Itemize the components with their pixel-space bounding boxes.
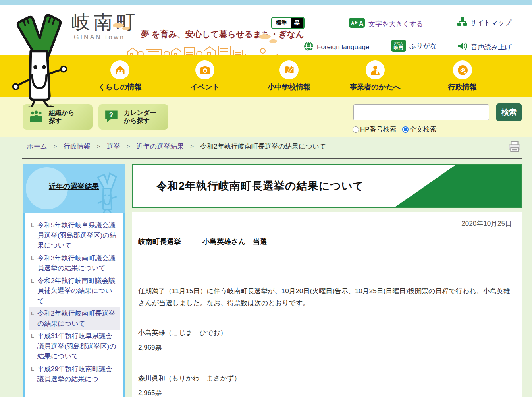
find-by-calendar-button[interactable]: ? カレンダー から探す bbox=[98, 104, 168, 130]
list-bullet: L bbox=[31, 333, 34, 362]
sidebar: 近年の選挙結果 L 令和5年執行岐阜県議会議員選挙(羽島郡選挙区)の結果について… bbox=[23, 164, 125, 397]
title-green-decoration bbox=[395, 165, 521, 207]
sidebar-item-label: 平成31年執行岐阜県議会議員選挙(羽島郡選挙区)の結果について bbox=[37, 331, 118, 362]
article-date: 2020年10月25日 bbox=[138, 219, 512, 228]
main-content: 令和2年執行岐南町長選挙の結果について 2020年10月25日 岐南町長選挙 小… bbox=[132, 164, 522, 397]
sitemap-link[interactable]: サイトマップ bbox=[470, 18, 511, 27]
sidebar-item-label: 令和2年執行岐南町議会議員補欠選挙の結果について bbox=[37, 276, 118, 306]
site-name-en: GINAN town bbox=[71, 34, 138, 41]
finder-label-line: 組織から bbox=[49, 109, 75, 116]
foreign-language-control[interactable]: Foreign language bbox=[304, 41, 369, 53]
ginan-badge-icon: ぎなん 岐南 bbox=[391, 40, 406, 52]
sidebar-item-label: 平成29年執行岐南町議会議員選挙の結果につ bbox=[37, 364, 118, 384]
sidebar-item-label: 令和2年執行岐南町長選挙の結果について bbox=[37, 308, 118, 329]
sitemap-control[interactable]: サイトマップ bbox=[457, 17, 511, 28]
breadcrumb: ホーム ＞ 行政情報 ＞ 選挙 ＞ 近年の選挙結果 ＞ 令和2年執行岐南町長選挙… bbox=[27, 142, 326, 151]
nav-item-living-info[interactable]: くらしの情報 bbox=[82, 60, 158, 92]
contrast-standard-button[interactable]: 標準 bbox=[272, 18, 291, 28]
text-size-link[interactable]: 文字を大きくする bbox=[368, 19, 423, 29]
badge-kanji: 岐南 bbox=[394, 45, 403, 50]
svg-text:A: A bbox=[351, 21, 355, 26]
search-band: 組織から 探す ? カレンダー から探す 検索 HP番号検索 全文検索 bbox=[0, 97, 532, 137]
question-bubble-icon: ? bbox=[104, 109, 119, 124]
cloud-decoration bbox=[259, 34, 271, 39]
page-body: ホーム ＞ 行政情報 ＞ 選挙 ＞ 近年の選挙結果 ＞ 令和2年執行岐南町長選挙… bbox=[0, 137, 532, 397]
search-mode-radios: HP番号検索 全文検索 bbox=[353, 125, 437, 134]
breadcrumb-administration[interactable]: 行政情報 bbox=[64, 142, 91, 151]
sidebar-item-current[interactable]: L 令和2年執行岐南町長選挙の結果について bbox=[29, 307, 120, 330]
site-header: 岐南町 GINAN town 夢 を育み、安心して暮らせるまち・ぎなん 標準 黒 bbox=[0, 5, 532, 55]
candidate-votes: 2,965票 bbox=[138, 388, 512, 397]
text-resize-icon: A A bbox=[349, 17, 365, 30]
breadcrumb-divider bbox=[22, 158, 522, 159]
radio-circle-selected[interactable] bbox=[402, 126, 409, 133]
contrast-black-button[interactable]: 黒 bbox=[291, 18, 303, 28]
furigana-control[interactable]: ぎなん 岐南 ふりがな bbox=[391, 40, 437, 52]
sidebar-title-link[interactable]: 近年の選挙結果 bbox=[23, 182, 125, 191]
svg-text:?: ? bbox=[109, 111, 113, 119]
sidebar-item[interactable]: L 平成29年執行岐南町議会議員選挙の結果につ bbox=[29, 363, 120, 385]
business-person-icon bbox=[366, 60, 385, 79]
nav-item-events[interactable]: イベント bbox=[167, 60, 243, 92]
camera-icon bbox=[195, 60, 214, 79]
radio-hp-number-search[interactable]: HP番号検索 bbox=[353, 125, 397, 134]
article-body: 2020年10月25日 岐南町長選挙 小島英雄さん 当選 任期満了（11月15日… bbox=[132, 212, 522, 397]
radio-circle-unselected[interactable] bbox=[353, 126, 359, 133]
nav-label: くらしの情報 bbox=[82, 82, 158, 92]
leaf-hand-icon bbox=[453, 60, 472, 79]
article-title-box: 令和2年執行岐南町長選挙の結果について bbox=[132, 164, 522, 208]
list-bullet: L bbox=[31, 222, 34, 251]
nav-label: 事業者のかたへ bbox=[337, 82, 413, 92]
sidebar-list: L 令和5年執行岐阜県議会議員選挙(羽島郡選挙区)の結果について L 令和3年執… bbox=[23, 213, 125, 397]
candidate-votes: 2,969票 bbox=[138, 343, 512, 352]
breadcrumb-home[interactable]: ホーム bbox=[27, 142, 47, 151]
radio-label: 全文検索 bbox=[410, 125, 437, 134]
article-paragraph: 任期満了（11月15日）に伴う岐南町長選挙が、10月20日(火曜日)告示、10月… bbox=[138, 285, 511, 309]
site-tagline: 夢 を育み、安心して暮らせるまち・ぎなん bbox=[141, 29, 304, 40]
voice-reading-link[interactable]: 音声読み上げ bbox=[471, 43, 512, 52]
main-navigation: くらしの情報 イベント 小中学校情報 事業者のかたへ 行政 bbox=[0, 55, 532, 97]
sidebar-item[interactable]: L 令和5年執行岐阜県議会議員選挙(羽島郡選挙区)の結果について bbox=[29, 219, 120, 252]
list-bullet: L bbox=[31, 310, 34, 329]
breadcrumb-separator: ＞ bbox=[189, 143, 195, 150]
furigana-link[interactable]: ふりがな bbox=[409, 41, 437, 50]
sidebar-item[interactable]: L 平成31年執行岐阜県議会議員選挙(羽島郡選挙区)の結果について bbox=[29, 330, 120, 363]
contrast-toggle[interactable]: 標準 黒 bbox=[271, 17, 305, 29]
candidate-name: 森川眞和（もりかわ まさかず） bbox=[138, 374, 512, 383]
cloud-decoration bbox=[113, 23, 124, 28]
breadcrumb-separator: ＞ bbox=[52, 143, 58, 150]
list-bullet: L bbox=[31, 278, 34, 306]
foreign-language-link[interactable]: Foreign language bbox=[317, 43, 369, 51]
speaker-icon bbox=[457, 41, 468, 53]
nav-item-schools[interactable]: 小中学校情報 bbox=[251, 60, 327, 92]
search-input[interactable] bbox=[353, 104, 489, 120]
list-bullet: L bbox=[31, 366, 34, 384]
voice-reading-control[interactable]: 音声読み上げ bbox=[457, 41, 512, 53]
book-pencil-icon bbox=[279, 60, 299, 79]
finder-label-line: 探す bbox=[49, 117, 62, 124]
sidebar-header: 近年の選挙結果 bbox=[23, 164, 125, 213]
nav-item-administration[interactable]: 行政情報 bbox=[425, 60, 500, 92]
sidebar-item[interactable]: L 令和2年執行岐南町議会議員補欠選挙の結果について bbox=[29, 275, 120, 308]
finder-label-line: カレンダー bbox=[124, 109, 156, 116]
nav-label: イベント bbox=[167, 82, 243, 92]
site-title[interactable]: 岐南町 GINAN town bbox=[71, 12, 138, 41]
breadcrumb-recent-results[interactable]: 近年の選挙結果 bbox=[137, 142, 184, 151]
article-headline: 岐南町長選挙 小島英雄さん 当選 bbox=[138, 237, 512, 246]
sidebar-item-label: 令和5年執行岐阜県議会議員選挙(羽島郡選挙区)の結果について bbox=[37, 220, 118, 251]
page-title: 令和2年執行岐南町長選挙の結果について bbox=[156, 165, 364, 207]
text-size-control[interactable]: A A 文字を大きくする bbox=[349, 17, 423, 30]
sitemap-icon bbox=[457, 17, 467, 28]
nav-label: 小中学校情報 bbox=[251, 82, 327, 92]
nav-item-business[interactable]: 事業者のかたへ bbox=[337, 60, 413, 92]
print-icon[interactable] bbox=[508, 141, 521, 155]
breadcrumb-election[interactable]: 選挙 bbox=[107, 142, 120, 151]
cloud-decoration bbox=[122, 27, 129, 30]
search-button[interactable]: 検索 bbox=[496, 103, 522, 121]
candidate-name: 小島英雄（こじま ひでお） bbox=[138, 328, 512, 337]
cloud-decoration bbox=[269, 39, 277, 43]
radio-fulltext-search[interactable]: 全文検索 bbox=[402, 125, 437, 134]
sidebar-item[interactable]: L 令和3年執行岐南町議会議員選挙の結果について bbox=[29, 252, 120, 275]
breadcrumb-separator: ＞ bbox=[96, 143, 102, 150]
leek-mascot-logo bbox=[6, 12, 73, 108]
